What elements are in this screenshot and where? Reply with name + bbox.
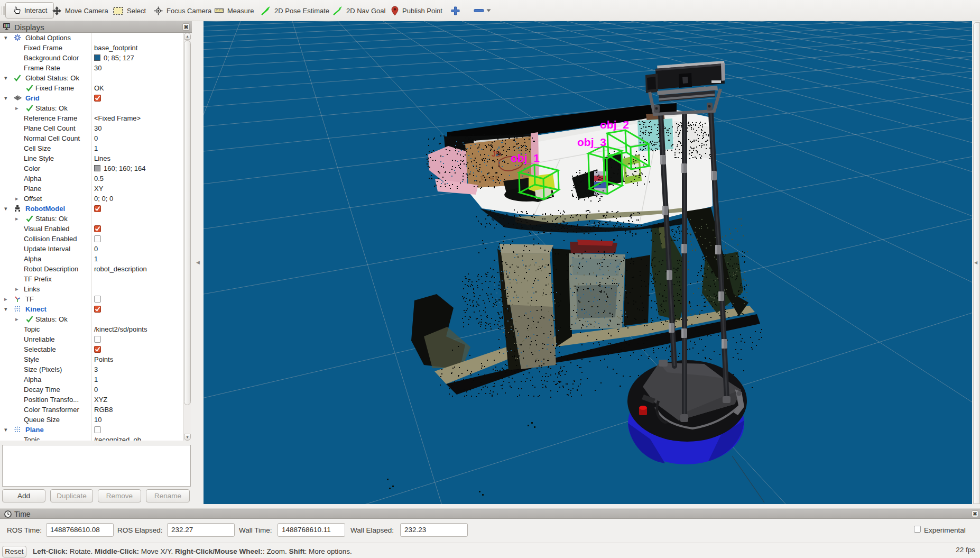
svg-text:obj_2: obj_2 <box>600 118 629 131</box>
svg-text:obj_3: obj_3 <box>577 136 606 148</box>
svg-text:obj_1: obj_1 <box>511 152 540 164</box>
